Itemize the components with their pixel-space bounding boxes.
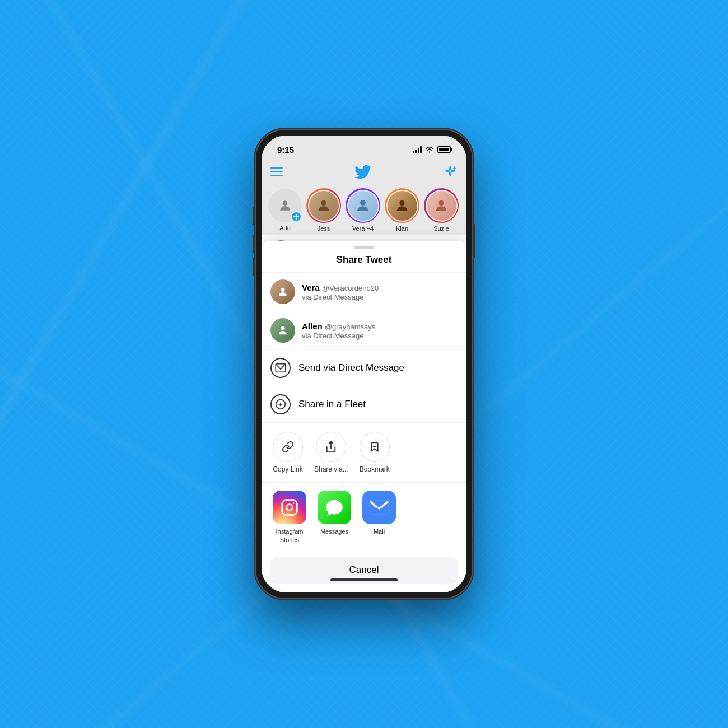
svg-point-6 [281, 326, 284, 330]
story-item-kian[interactable]: Kian [385, 188, 419, 232]
svg-point-1 [321, 200, 326, 206]
svg-point-5 [281, 288, 284, 292]
copy-link-label: Copy Link [273, 465, 302, 473]
bookmark-item[interactable]: Bookmark [360, 432, 390, 473]
dm-item-vera[interactable]: Vera @Veracordeiro20 via Direct Message [262, 273, 466, 311]
messages-item[interactable]: Messages [318, 491, 351, 544]
instagram-icon [273, 491, 306, 524]
share-fleet-label: Share in a Fleet [298, 399, 366, 410]
svg-point-3 [399, 200, 404, 206]
dm-avatar-allen [270, 318, 295, 343]
envelope-icon [270, 358, 291, 378]
send-dm-action[interactable]: Send via Direct Message [262, 350, 466, 386]
plus-circle-icon [270, 394, 291, 414]
share-sheet: Share Tweet Vera @Veracordeiro20 via Dir… [262, 241, 466, 592]
share-icons-row: Copy Link Share via... [262, 423, 466, 483]
dm-info-vera: Vera @Veracordeiro20 via Direct Message [302, 283, 379, 301]
story-name-jess: Jess [318, 225, 330, 232]
dm-via-allen: via Direct Message [302, 332, 375, 340]
app-icons-row: InstagramStories Messages [262, 483, 466, 552]
sheet-handle [354, 246, 374, 249]
messages-icon [318, 491, 351, 524]
bookmark-icon [360, 432, 390, 462]
copy-link-item[interactable]: Copy Link [273, 432, 303, 473]
sheet-title: Share Tweet [262, 252, 466, 273]
phone-screen: 9:15 [262, 136, 466, 592]
instagram-stories-item[interactable]: InstagramStories [273, 491, 306, 544]
story-item-vera[interactable]: Vera +4 [346, 188, 380, 232]
status-bar: 9:15 [262, 136, 466, 160]
svg-point-14 [287, 505, 293, 511]
wifi-icon [425, 146, 434, 153]
dm-handle-allen: @grayhamsays [325, 323, 376, 331]
dm-avatar-vera [270, 279, 295, 304]
share-via-label: Share via... [314, 465, 348, 473]
share-via-item[interactable]: Share via... [314, 432, 348, 473]
svg-point-2 [360, 200, 366, 206]
twitter-logo [354, 165, 371, 179]
story-item-suzie[interactable]: Suzie [424, 188, 459, 232]
mail-item[interactable]: Mail [362, 491, 396, 544]
messages-label: Messages [320, 528, 348, 535]
sparkle-icon[interactable] [443, 165, 458, 179]
share-via-icon [316, 432, 346, 462]
signal-icon [413, 146, 422, 153]
status-icons [413, 146, 451, 153]
svg-point-0 [283, 200, 288, 206]
dm-handle-vera: @Veracordeiro20 [322, 284, 379, 292]
dm-info-allen: Allen @grayhamsays via Direct Message [302, 321, 375, 340]
svg-point-15 [293, 503, 295, 505]
dm-name-vera: Vera [302, 283, 322, 292]
copy-link-icon [273, 432, 303, 462]
mail-label: Mail [374, 528, 385, 535]
phone-device: 9:15 [255, 129, 473, 599]
story-item-add[interactable]: Add [268, 189, 302, 231]
dm-name-allen: Allen [302, 321, 325, 331]
story-name-add: Add [279, 225, 291, 231]
dm-via-vera: via Direct Message [302, 293, 379, 301]
status-time: 9:15 [277, 145, 294, 155]
hamburger-icon[interactable] [270, 167, 283, 176]
dm-item-allen[interactable]: Allen @grayhamsays via Direct Message [262, 311, 466, 350]
twitter-header [262, 160, 466, 184]
story-name-suzie: Suzie [433, 225, 449, 232]
svg-rect-13 [282, 500, 297, 515]
bookmark-label: Bookmark [360, 465, 390, 473]
story-item-jess[interactable]: Jess [306, 188, 341, 232]
story-name-kian: Kian [396, 225, 408, 232]
instagram-label: InstagramStories [276, 528, 304, 544]
battery-icon [437, 146, 451, 153]
story-name-vera: Vera +4 [352, 225, 374, 232]
mail-icon [362, 491, 396, 524]
send-dm-label: Send via Direct Message [298, 362, 404, 374]
svg-point-4 [438, 200, 444, 206]
share-fleet-action[interactable]: Share in a Fleet [262, 386, 466, 423]
home-indicator [330, 578, 398, 581]
stories-row: Add Jess [262, 184, 466, 234]
